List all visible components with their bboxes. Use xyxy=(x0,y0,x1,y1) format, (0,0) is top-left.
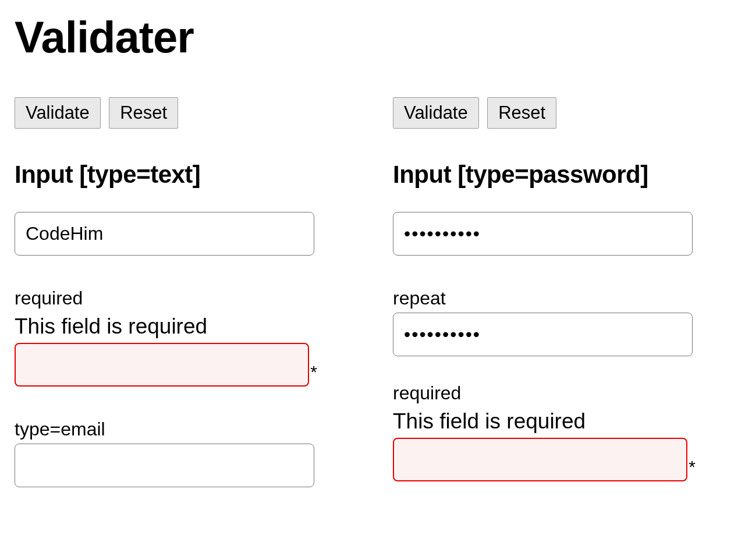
required-label: required xyxy=(15,288,317,309)
password-input[interactable] xyxy=(393,212,693,256)
button-row-right: Validate Reset xyxy=(393,97,696,129)
validate-button[interactable]: Validate xyxy=(393,97,479,129)
required-password-group: required This field is required * xyxy=(393,382,696,481)
page-title: Validater xyxy=(15,12,730,62)
repeat-password-input[interactable] xyxy=(393,313,693,356)
email-input[interactable] xyxy=(15,444,314,487)
repeat-field-group: repeat xyxy=(393,288,696,356)
password-field-group xyxy=(393,212,696,256)
right-form: Validate Reset Input [type=password] rep… xyxy=(393,97,696,519)
left-form: Validate Reset Input [type=text] require… xyxy=(15,97,317,519)
repeat-label: repeat xyxy=(393,288,696,309)
text-input[interactable] xyxy=(15,212,314,256)
input-text-heading: Input [type=text] xyxy=(15,161,317,189)
required-field-group: required This field is required * xyxy=(15,288,317,387)
required-asterisk: * xyxy=(310,362,317,382)
required-label: required xyxy=(393,382,696,404)
required-error-message: This field is required xyxy=(393,407,696,435)
email-field-group: type=email xyxy=(15,419,317,487)
required-asterisk: * xyxy=(689,457,696,477)
required-error-message: This field is required xyxy=(15,313,317,341)
validate-button[interactable]: Validate xyxy=(15,97,101,129)
button-row-left: Validate Reset xyxy=(15,97,317,129)
required-password-input[interactable] xyxy=(393,438,687,481)
email-label: type=email xyxy=(15,419,317,440)
required-input[interactable] xyxy=(15,343,309,387)
reset-button[interactable]: Reset xyxy=(109,97,178,129)
text-field-group xyxy=(15,212,317,256)
input-password-heading: Input [type=password] xyxy=(393,161,696,189)
reset-button[interactable]: Reset xyxy=(487,97,556,129)
